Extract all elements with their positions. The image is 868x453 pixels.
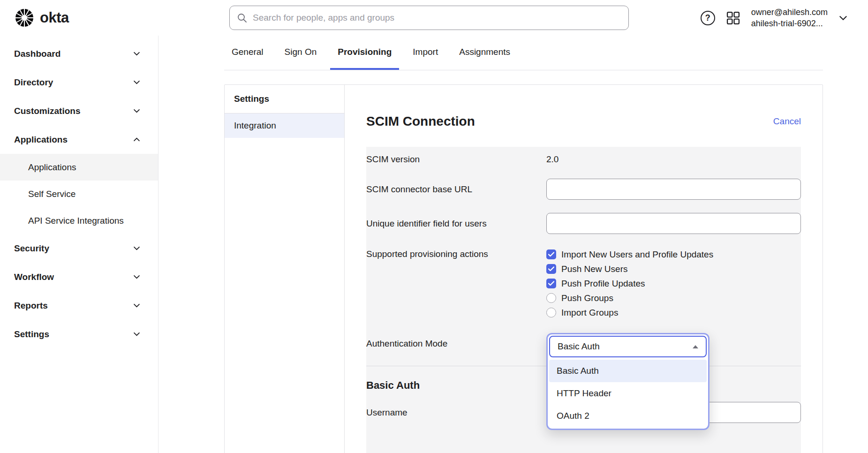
chevron-down-icon: [133, 52, 140, 56]
checkbox-push-new-users[interactable]: Push New Users: [546, 262, 801, 276]
chevron-down-icon[interactable]: [839, 15, 847, 21]
scim-connection-panel: SCIM Connection Cancel SCIM version 2.0 …: [345, 85, 823, 453]
username-label: Username: [366, 408, 546, 418]
sidebar-item-workflow[interactable]: Workflow: [0, 263, 158, 291]
dropdown-option-http-header[interactable]: HTTP Header: [549, 382, 707, 405]
dropdown-options-list: Basic Auth HTTP Header OAuth 2: [549, 360, 707, 427]
panel-header: SCIM Connection Cancel: [366, 114, 801, 129]
tab-import[interactable]: Import: [405, 36, 445, 70]
sidebar-item-label: Reports: [14, 301, 48, 311]
checkbox-push-groups[interactable]: Push Groups: [546, 291, 801, 305]
scim-version-value: 2.0: [546, 154, 801, 165]
sidebar-item-security[interactable]: Security: [0, 234, 158, 263]
cancel-button[interactable]: Cancel: [773, 116, 801, 127]
chevron-up-icon: [133, 137, 140, 142]
help-icon[interactable]: ?: [701, 11, 715, 25]
form-row-base-url: SCIM connector base URL: [366, 172, 801, 206]
sidebar-item-directory[interactable]: Directory: [0, 68, 158, 97]
selected-option-text: Basic Auth: [558, 341, 600, 352]
base-url-input[interactable]: [546, 179, 801, 200]
sidebar-item-applications[interactable]: Applications: [0, 125, 158, 154]
settings-subnav: Settings Integration: [225, 85, 345, 453]
search-input[interactable]: [253, 13, 621, 23]
sidebar-subitem-api-service-integrations[interactable]: API Service Integrations: [0, 207, 158, 234]
unique-identifier-label: Unique identifier field for users: [366, 219, 546, 229]
top-right-controls: ? owner@ahilesh.com ahilesh-trial-6902..…: [701, 7, 847, 29]
form-row-authentication-mode: Authentication Mode Basic Auth Basic Aut…: [366, 326, 801, 361]
subnav-header: Settings: [225, 85, 344, 113]
provisioning-card: Settings Integration SCIM Connection Can…: [224, 84, 823, 453]
chevron-down-icon: [133, 109, 140, 113]
checkbox-push-profile-updates[interactable]: Push Profile Updates: [546, 276, 801, 291]
form-row-provisioning-actions: Supported provisioning actions Import Ne…: [366, 241, 801, 326]
sidebar-subitem-applications[interactable]: Applications: [0, 154, 158, 181]
authentication-mode-dropdown: Basic Auth Basic Auth HTTP Header OAuth …: [546, 333, 709, 430]
apps-grid-icon[interactable]: [726, 11, 740, 25]
sidebar-subitem-self-service[interactable]: Self Service: [0, 181, 158, 207]
checkbox-checked-icon[interactable]: [546, 264, 556, 274]
sidebar-item-label: Settings: [14, 329, 49, 340]
tab-provisioning[interactable]: Provisioning: [330, 36, 399, 70]
checkbox-checked-icon[interactable]: [546, 279, 556, 288]
dropdown-option-oauth2[interactable]: OAuth 2: [549, 405, 707, 427]
sidebar-subitem-label: API Service Integrations: [28, 216, 124, 226]
user-email: owner@ahilesh.com: [751, 7, 828, 18]
checkbox-label: Push New Users: [561, 264, 628, 274]
chevron-down-icon: [133, 246, 140, 250]
sidebar-subitem-label: Self Service: [28, 189, 75, 199]
sidebar-item-customizations[interactable]: Customizations: [0, 97, 158, 125]
tab-general[interactable]: General: [224, 36, 271, 70]
dropdown-option-basic-auth[interactable]: Basic Auth: [549, 360, 707, 382]
authentication-mode-label: Authentication Mode: [366, 333, 546, 349]
provisioning-actions-label: Supported provisioning actions: [366, 247, 546, 259]
sidebar-item-label: Customizations: [14, 106, 80, 116]
sidebar-item-reports[interactable]: Reports: [0, 291, 158, 320]
checkbox-label: Push Groups: [561, 293, 613, 303]
global-search[interactable]: [229, 6, 629, 30]
scim-form: SCIM version 2.0 SCIM connector base URL…: [366, 147, 801, 453]
search-icon: [237, 13, 247, 23]
okta-brand[interactable]: okta: [14, 8, 69, 28]
chevron-down-icon: [133, 303, 140, 308]
chevron-down-icon: [133, 332, 140, 336]
checkbox-label: Push Profile Updates: [561, 279, 645, 289]
sidebar-item-label: Dashboard: [14, 49, 60, 59]
base-url-label: SCIM connector base URL: [366, 184, 546, 195]
scim-version-label: SCIM version: [366, 154, 546, 165]
checkbox-import-groups[interactable]: Import Groups: [546, 305, 801, 320]
checkbox-checked-icon[interactable]: [546, 249, 556, 259]
okta-logo-icon: [14, 8, 35, 28]
chevron-down-icon: [133, 80, 140, 84]
subnav-item-integration[interactable]: Integration: [225, 113, 344, 138]
checkbox-import-new-users[interactable]: Import New Users and Profile Updates: [546, 247, 801, 262]
okta-wordmark: okta: [40, 9, 69, 26]
caret-up-icon: [693, 345, 698, 348]
authentication-mode-select[interactable]: Basic Auth: [549, 336, 707, 357]
user-menu[interactable]: owner@ahilesh.com ahilesh-trial-6902...: [751, 7, 828, 29]
form-row-unique-identifier: Unique identifier field for users: [366, 206, 801, 241]
top-bar: okta ? owner@ahilesh.com ahilesh-trial-6…: [0, 0, 868, 36]
tab-assignments[interactable]: Assignments: [452, 36, 518, 70]
checkbox-unchecked-icon[interactable]: [546, 293, 556, 303]
sidebar-item-label: Applications: [14, 135, 68, 145]
unique-identifier-input[interactable]: [546, 213, 801, 234]
sidebar-applications-submenu: Applications Self Service API Service In…: [0, 154, 158, 234]
checkbox-unchecked-icon[interactable]: [546, 308, 556, 317]
user-org: ahilesh-trial-6902...: [751, 18, 828, 29]
sidebar-item-label: Security: [14, 243, 49, 254]
checkbox-label: Import New Users and Profile Updates: [561, 249, 713, 260]
tab-sign-on[interactable]: Sign On: [277, 36, 325, 70]
sidebar: Dashboard Directory Customizations Appli…: [0, 36, 159, 453]
app-tabs: General Sign On Provisioning Import Assi…: [224, 36, 823, 70]
sidebar-subitem-label: Applications: [28, 162, 76, 173]
sidebar-item-settings[interactable]: Settings: [0, 320, 158, 348]
chevron-down-icon: [133, 275, 140, 279]
checkbox-label: Import Groups: [561, 308, 618, 318]
sidebar-item-dashboard[interactable]: Dashboard: [0, 39, 158, 68]
panel-title: SCIM Connection: [366, 114, 475, 129]
main-content: General Sign On Provisioning Import Assi…: [159, 36, 868, 453]
sidebar-item-label: Workflow: [14, 272, 54, 282]
sidebar-item-label: Directory: [14, 77, 53, 88]
form-row-scim-version: SCIM version 2.0: [366, 147, 801, 172]
